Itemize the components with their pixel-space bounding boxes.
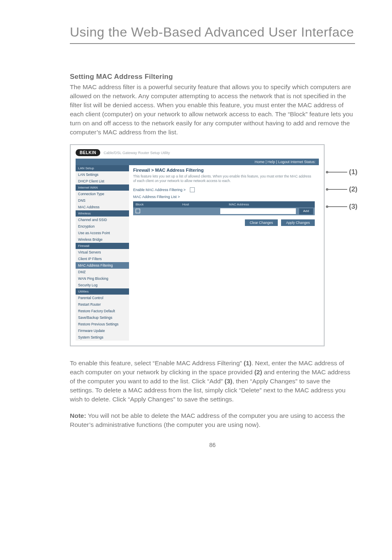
enable-filtering-checkbox[interactable]: [190, 187, 195, 192]
sidebar-item[interactable]: Connection Type: [76, 191, 129, 197]
sidebar-group-header: LAN Setup: [76, 165, 129, 171]
callout-1: (1): [327, 168, 357, 176]
sidebar-item[interactable]: Restore Previous Settings: [76, 321, 129, 327]
page-number: 86: [70, 442, 355, 448]
mac-address-input[interactable]: [220, 208, 296, 214]
panel-description: This feature lets you set up a list of a…: [133, 174, 315, 183]
sidebar-item[interactable]: Client IP Filters: [76, 256, 129, 262]
sidebar-item[interactable]: Wireless Bridge: [76, 236, 129, 243]
th-block: Block: [133, 201, 180, 207]
howto-paragraph: To enable this feature, select “Enable M…: [70, 359, 355, 404]
router-screenshot: BELKIN Cable/DSL Gateway Router Setup Ut…: [70, 144, 355, 346]
filtering-list-label: MAC Address Filtering List >: [133, 195, 315, 199]
apply-changes-button[interactable]: Apply Changes: [281, 219, 315, 226]
sidebar-item[interactable]: MAC Address: [76, 204, 129, 210]
row-block-checkbox[interactable]: [136, 209, 140, 213]
callout-3: (3): [327, 203, 357, 211]
sidebar-item[interactable]: DMZ: [76, 269, 129, 275]
sidebar-item[interactable]: Parental Control: [76, 295, 129, 301]
sidebar-item[interactable]: LAN Settings: [76, 171, 129, 178]
enable-filtering-label: Enable MAC Address Filtering >: [133, 188, 186, 192]
callout-2: (2): [327, 185, 357, 194]
chapter-title: Using the Web-Based Advanced User Interf…: [70, 25, 355, 44]
th-host: Host: [180, 201, 227, 207]
sidebar-item[interactable]: MAC Address Filtering: [76, 262, 129, 269]
sidebar-item[interactable]: Virtual Servers: [76, 249, 129, 256]
section-heading: Setting MAC Address Filtering: [70, 73, 355, 81]
sidebar-item[interactable]: System Settings: [76, 334, 129, 341]
sidebar-group-header: Utilities: [76, 288, 129, 295]
sidebar-item[interactable]: Firmware Update: [76, 327, 129, 334]
sidebar-item[interactable]: WAN Ping Blocking: [76, 275, 129, 282]
sidebar-item[interactable]: DNS: [76, 197, 129, 204]
intro-paragraph: The MAC address filter is a powerful sec…: [70, 83, 355, 137]
sidebar-item[interactable]: DHCP Client List: [76, 178, 129, 184]
mac-filter-table: Block Host MAC Address Add: [133, 201, 315, 215]
add-button[interactable]: Add: [299, 208, 313, 214]
sidebar-item[interactable]: Restart Router: [76, 301, 129, 308]
sidebar-item[interactable]: Save/Backup Settings: [76, 314, 129, 321]
sidebar-item[interactable]: Use as Access Point: [76, 230, 129, 236]
sidebar: LAN SetupLAN SettingsDHCP Client ListInt…: [76, 165, 129, 341]
sidebar-item[interactable]: Security Log: [76, 282, 129, 288]
sidebar-item[interactable]: Restore Factory Default: [76, 308, 129, 314]
sidebar-group-header: Firewall: [76, 243, 129, 249]
sidebar-item[interactable]: Encryption: [76, 223, 129, 230]
note-paragraph: Note: You will not be able to delete the…: [70, 411, 355, 429]
panel-title: Firewall > MAC Address Filtering: [133, 168, 315, 173]
sidebar-group-header: Internet WAN: [76, 184, 129, 191]
clear-changes-button[interactable]: Clear Changes: [245, 219, 278, 226]
brand-subtitle: Cable/DSL Gateway Router Setup Utility: [104, 151, 170, 155]
sidebar-group-header: Wireless: [76, 210, 129, 217]
sidebar-item[interactable]: Channel and SSID: [76, 217, 129, 223]
th-mac: MAC Address: [226, 201, 315, 207]
brand-logo: BELKIN: [76, 149, 100, 156]
top-nav-bar[interactable]: Home | Help | Logout Internet Status:: [76, 159, 319, 165]
